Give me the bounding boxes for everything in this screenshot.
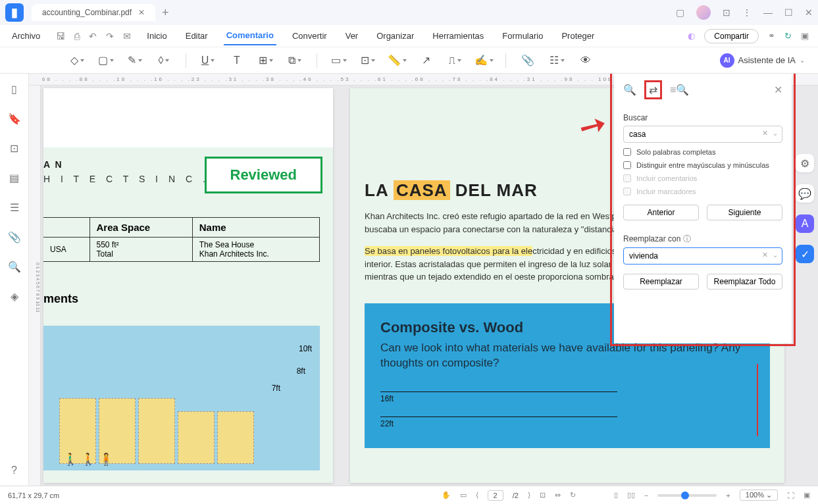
menu-file[interactable]: Archivo <box>9 27 43 45</box>
sync-icon[interactable]: ↻ <box>784 31 792 41</box>
menu-proteger[interactable]: Proteger <box>559 27 597 45</box>
shape-tool[interactable]: ▭ <box>328 51 350 70</box>
ai-icon: AI <box>720 53 734 68</box>
pencil-tool[interactable]: ✎ <box>124 51 146 70</box>
settings-slider-icon[interactable]: ⚙ <box>796 154 814 172</box>
spec-table: Area Space Name USA 550 ft²Total The Sea… <box>43 217 320 262</box>
select-tool-icon[interactable]: ▭ <box>460 491 467 499</box>
chat-icon[interactable]: 💬 <box>796 184 814 203</box>
add-tab-button[interactable]: + <box>162 6 169 20</box>
check-icon[interactable]: ✓ <box>796 245 814 263</box>
minimize-icon[interactable]: — <box>763 7 773 18</box>
fullscreen-icon[interactable]: ⛶ <box>787 491 794 499</box>
zoom-slider[interactable] <box>657 494 717 497</box>
menu-ver[interactable]: Ver <box>343 27 361 45</box>
menu-inicio[interactable]: Inicio <box>144 27 169 45</box>
note-tool[interactable]: ▢ <box>95 51 117 70</box>
callout-tool[interactable]: ⧉ <box>284 51 306 70</box>
comment-list-tool[interactable]: ☷ <box>546 51 568 70</box>
zoom-in-icon[interactable]: + <box>726 491 730 499</box>
comments-icon[interactable]: ⊡ <box>10 142 18 155</box>
sign-tool[interactable]: ✍ <box>473 51 495 70</box>
user-avatar[interactable] <box>696 5 711 20</box>
next-button[interactable]: Siguiente <box>707 205 782 220</box>
zoom-out-icon[interactable]: − <box>644 491 648 499</box>
search-mode-icon[interactable]: 🔍 <box>623 84 636 96</box>
clear-replace-icon[interactable]: ✕ <box>762 251 768 259</box>
menu-formulario[interactable]: Formulario <box>499 27 546 45</box>
search-dropdown-icon[interactable]: ⌄ <box>773 130 778 137</box>
page-input[interactable]: 2 <box>488 490 503 501</box>
menu-editar[interactable]: Editar <box>183 27 211 45</box>
document-tab[interactable]: accounting_Combinar.pdf ✕ <box>32 4 155 21</box>
fit-page-icon[interactable]: ⊡ <box>540 491 546 499</box>
panel-icon[interactable]: ▣ <box>801 31 809 41</box>
print-icon[interactable]: ⎙ <box>74 31 80 41</box>
highlight-tool[interactable]: ◇ <box>66 51 88 70</box>
prev-button[interactable]: Anterior <box>623 205 699 220</box>
replace-mode-icon[interactable]: ⇄ <box>644 80 662 99</box>
hand-tool-icon[interactable]: ✋ <box>442 491 451 499</box>
rotate-icon[interactable]: ↻ <box>570 491 576 499</box>
window-icon[interactable]: ▢ <box>676 7 684 18</box>
ai-assistant-button[interactable]: AI Asistente de IA ⌄ <box>720 53 805 68</box>
replace-button[interactable]: Reemplazar <box>623 274 699 290</box>
zoom-value[interactable]: 100% ⌄ <box>740 490 778 501</box>
stamp-tool[interactable]: ⎍ <box>444 51 466 70</box>
chk-whole-words[interactable] <box>623 148 631 156</box>
arrow-tool[interactable]: ↗ <box>415 51 437 70</box>
replace-all-button[interactable]: Reemplazar Todo <box>707 274 782 290</box>
replace-dropdown-icon[interactable]: ⌄ <box>773 251 778 259</box>
search-input[interactable] <box>623 126 782 143</box>
textbox-tool[interactable]: ⊞ <box>255 51 277 70</box>
view-single-icon[interactable]: ▯ <box>614 491 618 499</box>
more-icon[interactable]: ⋮ <box>742 7 752 18</box>
share-cloud-icon[interactable]: ⚭ <box>768 31 775 41</box>
read-mode-icon[interactable]: ▣ <box>804 491 810 499</box>
view-double-icon[interactable]: ▯▯ <box>627 491 635 499</box>
close-window-icon[interactable]: ✕ <box>805 7 813 18</box>
underline-tool[interactable]: U <box>197 51 219 70</box>
eye-tool[interactable]: 👁 <box>575 51 597 70</box>
advanced-search-icon[interactable]: ≡🔍 <box>670 84 689 96</box>
reviewed-stamp[interactable]: Reviewed <box>205 157 323 193</box>
clear-search-icon[interactable]: ✕ <box>762 129 768 138</box>
attachments-icon[interactable]: 📎 <box>8 231 21 243</box>
menu-organizar[interactable]: Organizar <box>374 27 417 45</box>
text-tool[interactable]: T <box>226 51 248 70</box>
fit-width-icon[interactable]: ⇔ <box>555 491 561 499</box>
cloud-tool[interactable]: ⊡ <box>357 51 379 70</box>
menu-herramientas[interactable]: Herramientas <box>430 27 486 45</box>
ments-heading: ments <box>43 292 320 306</box>
thumbnails-icon[interactable]: ▯ <box>11 83 17 95</box>
redo-icon[interactable]: ↷ <box>106 31 114 41</box>
close-tab-icon[interactable]: ✕ <box>138 8 145 17</box>
attach-tool[interactable]: 📎 <box>517 51 539 70</box>
mail-icon[interactable]: ✉ <box>123 31 131 41</box>
layers-icon[interactable]: ◈ <box>11 290 18 303</box>
bulb-icon[interactable]: ◐ <box>688 31 695 41</box>
save-icon[interactable]: 🖫 <box>56 31 65 41</box>
prev-page-icon[interactable]: ⟨ <box>476 491 478 499</box>
fields-icon[interactable]: ▤ <box>9 172 19 184</box>
share-button[interactable]: Compartir <box>704 29 759 43</box>
list-icon[interactable]: ☰ <box>10 201 19 214</box>
eraser-tool[interactable]: ◊ <box>153 51 175 70</box>
replace-input[interactable] <box>623 247 782 265</box>
translate-icon[interactable]: A <box>796 214 814 233</box>
help-icon[interactable]: ? <box>11 465 17 476</box>
search-icon[interactable]: 🔍 <box>8 261 21 273</box>
bookmarks-icon[interactable]: 🔖 <box>8 113 21 125</box>
maximize-icon[interactable]: ☐ <box>784 7 793 18</box>
undo-icon[interactable]: ↶ <box>89 31 97 41</box>
chk-case[interactable] <box>623 161 631 169</box>
page-1[interactable]: A N H I T E C T S I N C . Reviewed Area … <box>43 88 333 483</box>
annotation-redline[interactable] <box>757 364 758 436</box>
close-panel-icon[interactable]: ✕ <box>774 84 782 96</box>
menu-comentario[interactable]: Comentario <box>224 26 276 45</box>
feedback-icon[interactable]: ⊡ <box>723 7 730 18</box>
next-page-icon[interactable]: ⟩ <box>528 491 530 499</box>
chk-comments <box>623 174 631 182</box>
measure-tool[interactable]: 📏 <box>386 51 408 70</box>
menu-convertir[interactable]: Convertir <box>290 27 330 45</box>
